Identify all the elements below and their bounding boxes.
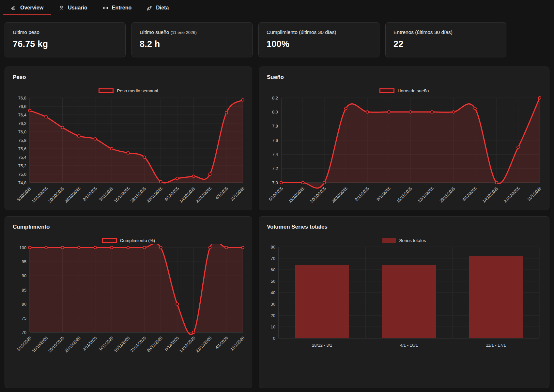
data-point — [517, 146, 519, 149]
svg-text:21/12/2025: 21/12/2025 — [195, 336, 212, 353]
data-point — [78, 246, 80, 249]
chart-title: Peso — [13, 74, 245, 81]
data-point — [28, 109, 31, 112]
svg-text:8/12/2025: 8/12/2025 — [164, 186, 180, 202]
stat-card-cumplimiento: Cumplimiento (últimos 30 días) 100% — [258, 22, 379, 57]
svg-text:75,6: 75,6 — [18, 146, 26, 151]
svg-text:75,0: 75,0 — [18, 172, 26, 177]
svg-text:14/12/2025: 14/12/2025 — [178, 186, 196, 204]
data-point — [474, 107, 476, 110]
data-point — [176, 177, 178, 180]
data-point — [127, 152, 129, 154]
stat-card-ultimo-peso: Último peso 76.75 kg — [5, 22, 126, 57]
stat-cards-row: Último peso 76.75 kg Último sueño (11 en… — [5, 22, 549, 57]
data-point — [301, 181, 304, 184]
svg-text:76,2: 76,2 — [18, 121, 26, 126]
area-fill — [30, 100, 243, 183]
chart-legend[interactable]: Horas de sueño — [266, 88, 542, 93]
svg-text:11/1/2026: 11/1/2026 — [230, 186, 245, 202]
svg-text:9/11/2025: 9/11/2025 — [99, 336, 115, 352]
data-point — [143, 246, 146, 249]
carrot-icon — [146, 5, 153, 11]
svg-text:20/10/2025: 20/10/2025 — [47, 186, 65, 204]
svg-text:95: 95 — [22, 259, 26, 264]
data-point — [45, 246, 47, 249]
chart-title: Volumen Series totales — [267, 224, 542, 230]
data-point — [209, 173, 211, 175]
svg-text:21/12/2025: 21/12/2025 — [503, 186, 521, 204]
svg-text:10: 10 — [271, 324, 275, 329]
svg-text:15/10/2025: 15/10/2025 — [31, 186, 49, 204]
svg-text:8/12/2025: 8/12/2025 — [164, 336, 180, 352]
data-point — [431, 111, 433, 113]
svg-text:4/1/2026: 4/1/2026 — [215, 186, 229, 200]
svg-text:28/12 - 3/1: 28/12 - 3/1 — [312, 343, 332, 348]
charts-grid: Peso Peso medio semanal 76,876,676,476,2… — [5, 67, 549, 388]
data-point — [45, 116, 47, 118]
data-point — [176, 303, 178, 305]
chart-title: Cumplimiento — [13, 224, 245, 230]
volumen-bar-chart: 8070605040302010028/12 - 3/14/1 - 10/111… — [266, 244, 543, 352]
svg-text:90: 90 — [22, 273, 26, 278]
svg-text:15/11/2025: 15/11/2025 — [113, 336, 131, 353]
svg-text:26/10/2025: 26/10/2025 — [64, 186, 82, 204]
svg-text:4/1 - 10/1: 4/1 - 10/1 — [400, 343, 418, 348]
data-point — [388, 111, 390, 113]
peso-line-chart: 76,876,676,476,276,075,875,675,475,275,0… — [12, 95, 245, 205]
svg-text:74,8: 74,8 — [18, 180, 26, 185]
svg-text:8,2: 8,2 — [272, 96, 278, 100]
bar — [295, 265, 349, 338]
legend-label: Cumplimiento (%) — [120, 238, 155, 243]
data-point — [160, 246, 162, 249]
tab-usuario[interactable]: Usuario — [51, 0, 95, 16]
svg-text:23/11/2025: 23/11/2025 — [417, 186, 435, 204]
svg-text:15/10/2025: 15/10/2025 — [31, 336, 49, 353]
tab-overview[interactable]: Overview — [3, 0, 51, 16]
data-point — [366, 111, 369, 113]
data-point — [61, 246, 64, 249]
data-point — [452, 111, 455, 113]
legend-swatch — [382, 238, 396, 243]
chart-legend[interactable]: Peso medio semanal — [12, 88, 245, 93]
legend-swatch — [99, 88, 114, 93]
data-point — [323, 181, 326, 184]
svg-text:4/1/2026: 4/1/2026 — [215, 336, 229, 350]
svg-text:75,2: 75,2 — [18, 163, 26, 168]
chart-title: Sueño — [267, 74, 542, 81]
tab-bar: Overview Usuario Entreno Dieta — [0, 0, 554, 16]
chart-legend[interactable]: Series totales — [266, 238, 542, 243]
svg-text:40: 40 — [271, 290, 275, 295]
stat-card-ultimo-sueno: Último sueño (11 ene 2026) 8.2 h — [131, 22, 253, 57]
svg-text:29/11/2025: 29/11/2025 — [146, 186, 163, 204]
svg-text:2/11/2025: 2/11/2025 — [354, 186, 370, 202]
svg-text:9/11/2025: 9/11/2025 — [99, 186, 115, 202]
svg-text:8,0: 8,0 — [272, 110, 278, 114]
data-point — [538, 97, 541, 99]
svg-text:5/10/2025: 5/10/2025 — [16, 336, 32, 352]
svg-text:29/11/2025: 29/11/2025 — [439, 186, 456, 204]
data-point — [28, 246, 31, 249]
svg-text:76,6: 76,6 — [18, 104, 26, 109]
data-point — [209, 246, 211, 249]
svg-text:15/11/2025: 15/11/2025 — [113, 186, 131, 204]
svg-text:20/10/2025: 20/10/2025 — [47, 336, 65, 353]
chart-legend[interactable]: Cumplimiento (%) — [12, 238, 245, 243]
svg-text:9/11/2025: 9/11/2025 — [376, 186, 392, 202]
user-icon — [58, 5, 65, 11]
legend-label: Series totales — [399, 238, 426, 243]
tab-entreno[interactable]: Entreno — [95, 0, 139, 16]
svg-text:21/12/2025: 21/12/2025 — [195, 186, 212, 204]
data-point — [225, 246, 228, 249]
svg-text:50: 50 — [271, 279, 275, 284]
legend-swatch — [379, 88, 394, 93]
svg-text:11/1/2026: 11/1/2026 — [230, 336, 245, 352]
svg-text:26/10/2025: 26/10/2025 — [64, 336, 82, 353]
data-point — [280, 181, 283, 184]
svg-text:7,8: 7,8 — [272, 124, 278, 128]
tab-label: Usuario — [68, 5, 87, 11]
data-point — [127, 246, 129, 249]
svg-text:30: 30 — [271, 302, 275, 307]
data-point — [225, 112, 228, 114]
svg-text:85: 85 — [22, 288, 26, 293]
tab-dieta[interactable]: Dieta — [139, 0, 176, 16]
